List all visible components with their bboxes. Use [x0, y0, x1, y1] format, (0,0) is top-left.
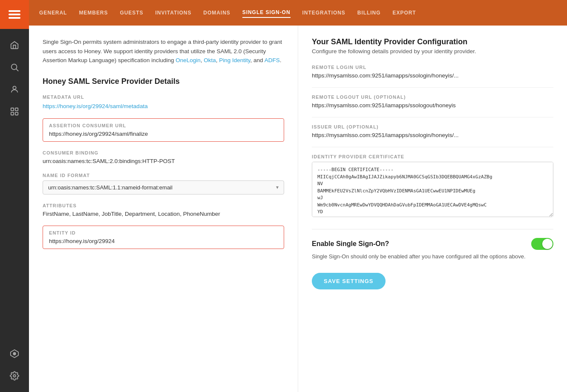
remote-logout-url-group: REMOTE LOGOUT URL (OPTIONAL) https://mys… — [312, 94, 553, 109]
attributes-label: ATTRIBUTES — [43, 203, 284, 208]
sidebar-item-apps[interactable] — [5, 102, 24, 121]
onelogin-link[interactable]: OneLogin — [176, 57, 201, 63]
issuer-url-value: https://mysamlsso.com:9251/iamapps/ssolo… — [312, 132, 553, 138]
save-settings-button[interactable]: SAVE SETTINGS — [312, 273, 386, 289]
svg-rect-9 — [15, 112, 18, 115]
enable-sso-header: Enable Single Sign-On? — [312, 238, 553, 250]
enable-sso-toggle[interactable] — [531, 238, 553, 250]
svg-rect-7 — [15, 108, 18, 111]
name-id-format-group: NAME ID FORMAT urn:oasis:names:tc:SAML:1… — [43, 173, 284, 195]
right-column: Your SAML Identity Provider Configuratio… — [298, 26, 567, 392]
nav-invitations[interactable]: INVITATIONS — [155, 8, 192, 17]
sidebar-item-home[interactable] — [5, 36, 24, 54]
name-id-format-select[interactable]: urn:oasis:names:tc:SAML:1.1:nameid-forma… — [43, 180, 284, 195]
name-id-format-label: NAME ID FORMAT — [43, 173, 284, 178]
consumer-binding-value: urn:oasis:names:tc:SAML:2.0:bindings:HTT… — [43, 158, 284, 164]
metadata-url-group: METADATA URL https://honey.is/org/29924/… — [43, 94, 284, 110]
svg-point-5 — [13, 86, 16, 89]
main-area: GENERAL MEMBERS GUESTS INVITATIONS DOMAI… — [29, 0, 567, 392]
metadata-url-link[interactable]: https://honey.is/org/29924/saml/metadata — [43, 103, 148, 109]
sidebar-item-profile[interactable] — [5, 80, 24, 99]
nav-integrations[interactable]: INTEGRATIONS — [302, 8, 345, 17]
divider — [312, 87, 553, 88]
svg-point-3 — [12, 64, 17, 70]
nav-export[interactable]: EXPORT — [393, 8, 416, 17]
sidebar-nav — [5, 29, 24, 344]
issuer-url-group: ISSUER URL (OPTIONAL) https://mysamlsso.… — [312, 124, 553, 138]
sidebar-item-search[interactable] — [5, 58, 24, 77]
svg-line-4 — [16, 69, 18, 71]
sidebar — [0, 0, 29, 392]
assertion-consumer-url-group: ASSERTION CONSUMER URL https://honey.is/… — [43, 118, 284, 142]
remote-login-url-value: https://mysamlsso.com:9251/iamapps/ssolo… — [312, 72, 553, 79]
svg-rect-1 — [9, 14, 20, 15]
idp-config-subtitle: Configure the following details provided… — [312, 48, 553, 54]
assertion-consumer-url-label: ASSERTION CONSUMER URL — [49, 123, 278, 128]
svg-rect-8 — [11, 112, 14, 115]
nav-domains[interactable]: DOMAINS — [203, 8, 230, 17]
attributes-value: FirstName, LastName, JobTitle, Departmen… — [43, 211, 284, 217]
name-id-format-selected-value: urn:oasis:names:tc:SAML:1.1:nameid-forma… — [48, 184, 173, 191]
svg-point-11 — [13, 352, 16, 355]
idp-config-title: Your SAML Identity Provider Configuratio… — [312, 37, 553, 46]
divider2 — [312, 117, 553, 117]
enable-sso-section: Enable Single Sign-On? Single Sign-On sh… — [312, 229, 553, 261]
svg-rect-0 — [9, 10, 20, 12]
consumer-binding-group: CONSUMER BINDING urn:oasis:names:tc:SAML… — [43, 150, 284, 164]
identity-provider-cert-group: IDENTITY PROVIDER CERTIFICATE — [312, 154, 553, 219]
metadata-url-label: METADATA URL — [43, 94, 284, 100]
entity-id-group: ENTITY ID https://honey.is/org/29924 — [43, 226, 284, 249]
adfs-link[interactable]: ADFS — [265, 57, 280, 63]
intro-paragraph: Single Sign-On permits system administra… — [43, 37, 284, 65]
ping-identity-link[interactable]: Ping Identity — [219, 57, 250, 63]
enable-sso-description: Single Sign-On should only be enabled af… — [312, 252, 553, 261]
nav-billing[interactable]: BILLING — [357, 8, 381, 17]
sidebar-item-settings[interactable] — [5, 366, 24, 385]
svg-point-12 — [13, 375, 16, 377]
sidebar-bottom — [5, 344, 24, 392]
identity-provider-cert-textarea[interactable] — [312, 162, 553, 217]
left-column: Single Sign-On permits system administra… — [29, 26, 298, 392]
svg-rect-2 — [9, 17, 20, 19]
attributes-group: ATTRIBUTES FirstName, LastName, JobTitle… — [43, 203, 284, 217]
entity-id-label: ENTITY ID — [49, 230, 278, 235]
divider3 — [312, 147, 553, 147]
consumer-binding-label: CONSUMER BINDING — [43, 150, 284, 155]
enable-sso-title: Enable Single Sign-On? — [312, 240, 389, 248]
top-navigation: GENERAL MEMBERS GUESTS INVITATIONS DOMAI… — [29, 0, 567, 26]
entity-id-value: https://honey.is/org/29924 — [49, 238, 278, 244]
chevron-down-icon: ▾ — [276, 184, 279, 190]
issuer-url-label: ISSUER URL (OPTIONAL) — [312, 124, 553, 129]
app-logo[interactable] — [0, 0, 29, 29]
remote-login-url-group: REMOTE LOGIN URL https://mysamlsso.com:9… — [312, 65, 553, 79]
content-area: Single Sign-On permits system administra… — [29, 26, 567, 392]
okta-link[interactable]: Okta — [204, 57, 216, 63]
remote-logout-url-label: REMOTE LOGOUT URL (OPTIONAL) — [312, 94, 553, 100]
nav-single-sign-on[interactable]: SINGLE SIGN-ON — [242, 8, 291, 18]
nav-guests[interactable]: GUESTS — [120, 8, 143, 17]
service-provider-title: Honey SAML Service Provider Details — [43, 77, 284, 86]
toggle-knob — [542, 239, 553, 249]
identity-provider-cert-label: IDENTITY PROVIDER CERTIFICATE — [312, 154, 553, 159]
nav-members[interactable]: MEMBERS — [79, 8, 108, 17]
assertion-consumer-url-value: https://honey.is/org/29924/saml/finalize — [49, 131, 278, 137]
remote-logout-url-value: https://mysamlsso.com:9251/iamapps/ssolo… — [312, 102, 553, 109]
remote-login-url-label: REMOTE LOGIN URL — [312, 65, 553, 70]
sidebar-item-workspace[interactable] — [5, 344, 24, 363]
nav-general[interactable]: GENERAL — [39, 8, 67, 17]
svg-rect-6 — [11, 108, 14, 111]
